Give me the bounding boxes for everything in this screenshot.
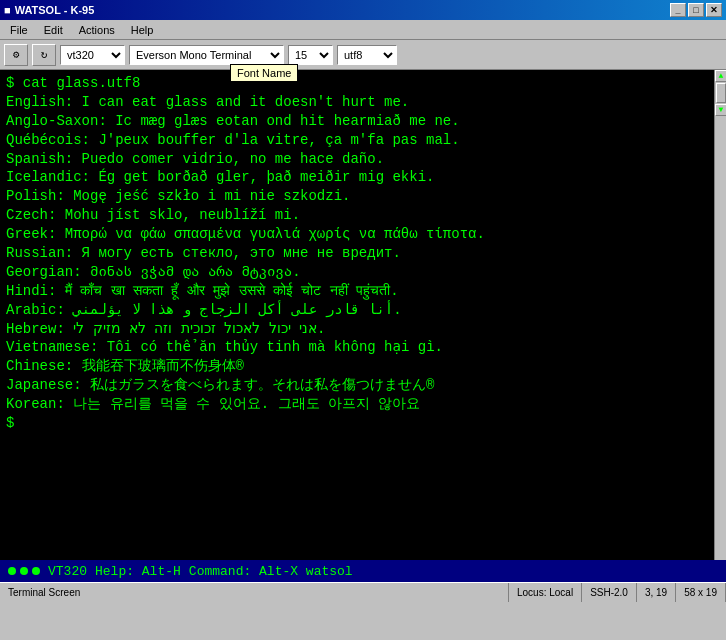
settings-button[interactable]: ⚙ (4, 44, 28, 66)
status-ssh: SSH-2.0 (582, 583, 637, 602)
dot-2 (20, 567, 28, 575)
menu-edit[interactable]: Edit (36, 22, 71, 38)
menu-bar: File Edit Actions Help (0, 20, 726, 40)
minimize-button[interactable]: _ (670, 3, 686, 17)
status-dots (8, 567, 40, 575)
menu-help[interactable]: Help (123, 22, 162, 38)
command-label: Command: Alt-X watsol (189, 564, 353, 579)
help-label: Help: Alt-H (95, 564, 181, 579)
toolbar: ⚙ ↻ vt320 Everson Mono Terminal 15 utf8 … (0, 40, 726, 70)
status-size: 58 x 19 (676, 583, 726, 602)
scroll-up-arrow[interactable]: ▲ (715, 70, 726, 82)
status-cursor: 3, 19 (637, 583, 676, 602)
terminal-screen[interactable]: $ cat glass.utf8 English: I can eat glas… (0, 70, 726, 560)
scroll-down-arrow[interactable]: ▼ (715, 104, 726, 116)
close-button[interactable]: ✕ (706, 3, 722, 17)
status-terminal: Terminal Screen (0, 583, 509, 602)
term-type-label: VT320 (48, 564, 87, 579)
terminal-content: $ cat glass.utf8 English: I can eat glas… (6, 74, 708, 433)
app-icon: ■ (4, 4, 11, 16)
terminal-status-bar: VT320 Help: Alt-H Command: Alt-X watsol (0, 560, 726, 582)
dot-3 (32, 567, 40, 575)
encoding-select[interactable]: utf8 (337, 45, 397, 65)
dot-1 (8, 567, 16, 575)
title-bar: ■ WATSOL - K-95 _ □ ✕ (0, 0, 726, 20)
font-name-tooltip: Font Name (230, 64, 298, 82)
terminal-text: $ cat glass.utf8 English: I can eat glas… (6, 74, 708, 433)
scroll-thumb[interactable] (716, 83, 726, 103)
menu-actions[interactable]: Actions (71, 22, 123, 38)
window-title: WATSOL - K-95 (15, 4, 95, 16)
vertical-scrollbar[interactable]: ▲ ▼ (714, 70, 726, 560)
term-type-select[interactable]: vt320 (60, 45, 125, 65)
font-size-select[interactable]: 15 (288, 45, 333, 65)
refresh-button[interactable]: ↻ (32, 44, 56, 66)
menu-file[interactable]: File (2, 22, 36, 38)
bottom-status-bar: Terminal Screen Locus: Local SSH-2.0 3, … (0, 582, 726, 602)
maximize-button[interactable]: □ (688, 3, 704, 17)
font-name-select[interactable]: Everson Mono Terminal (129, 45, 284, 65)
status-locus: Locus: Local (509, 583, 582, 602)
